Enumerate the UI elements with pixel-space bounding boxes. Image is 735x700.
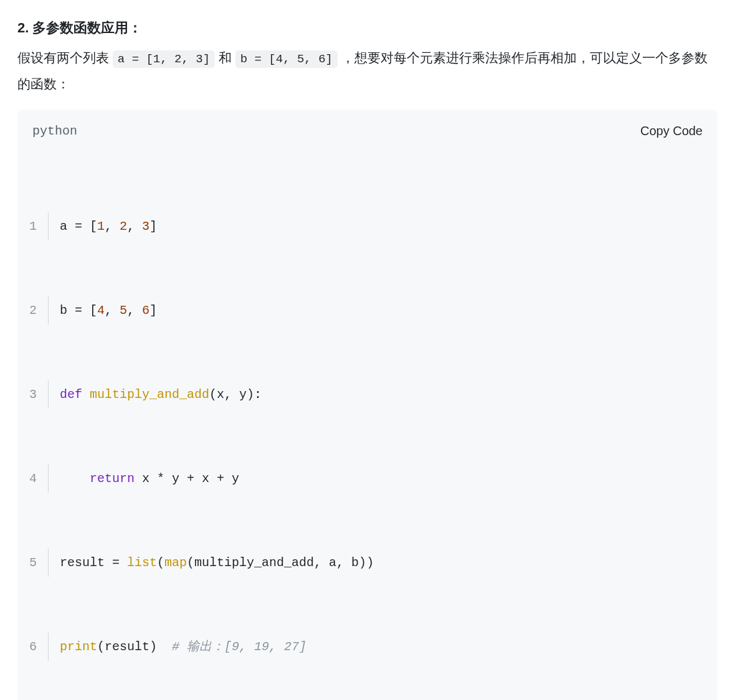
code-token: b = [ [60, 296, 97, 324]
code-token [60, 465, 90, 493]
code-token: , [127, 212, 142, 240]
code-token-call: print [60, 633, 97, 661]
code-token: , [105, 296, 120, 324]
code-token: ] [149, 212, 157, 240]
line-number: 6 [17, 633, 49, 661]
code-token [82, 381, 90, 409]
code-block-1: python Copy Code 1a = [1, 2, 3] 2b = [4,… [17, 110, 718, 700]
para-text: 和 [215, 50, 235, 65]
line-number: 5 [17, 549, 49, 577]
copy-code-button[interactable]: Copy Code [640, 124, 703, 138]
code-token-number: 5 [120, 296, 127, 324]
code-token-function: multiply_and_add [90, 381, 209, 409]
code-body: 1a = [1, 2, 3] 2b = [4, 5, 6] 3def multi… [17, 153, 718, 700]
code-token: a = [ [60, 212, 97, 240]
code-line: 6print(result) # 输出：[9, 19, 27] [17, 633, 718, 661]
code-token-number: 3 [142, 212, 149, 240]
code-token: x * y + x + y [135, 465, 239, 493]
code-token: (result) [97, 633, 172, 661]
line-number: 4 [17, 465, 49, 493]
code-token-number: 6 [142, 296, 149, 324]
code-token-number: 2 [120, 212, 127, 240]
section-title-multiparam: 2. 多参数函数应用： [17, 15, 718, 41]
code-token-keyword: return [90, 465, 135, 493]
code-token: ( [157, 549, 164, 577]
section1-paragraph: 假设有两个列表 a = [1, 2, 3] 和 b = [4, 5, 6] ，想… [17, 45, 718, 97]
inline-code-b: b = [4, 5, 6] [235, 50, 338, 68]
code-line: 5result = list(map(multiply_and_add, a, … [17, 549, 718, 577]
code-token-call: map [164, 549, 187, 577]
code-language-label: python [32, 120, 77, 143]
line-number: 3 [17, 381, 49, 409]
code-token: result = [60, 549, 127, 577]
para-text: 假设有两个列表 [17, 50, 113, 65]
code-line: 3def multiply_and_add(x, y): [17, 381, 718, 409]
code-token: , [127, 296, 142, 324]
code-line: 2b = [4, 5, 6] [17, 296, 718, 324]
code-header: python Copy Code [17, 110, 718, 153]
code-line: 4 return x * y + x + y [17, 465, 718, 493]
code-token: ] [149, 296, 157, 324]
code-token: , [105, 212, 120, 240]
line-number: 1 [17, 212, 49, 240]
code-token: (multiply_and_add, a, b)) [187, 549, 374, 577]
code-token-number: 4 [97, 296, 105, 324]
code-token-keyword: def [60, 381, 82, 409]
code-token: (x, y): [209, 381, 262, 409]
code-token-number: 1 [97, 212, 105, 240]
code-token-comment: # 输出：[9, 19, 27] [172, 633, 306, 661]
code-line: 1a = [1, 2, 3] [17, 212, 718, 240]
line-number: 2 [17, 296, 49, 324]
code-token-call: list [127, 549, 157, 577]
inline-code-a: a = [1, 2, 3] [113, 50, 215, 68]
